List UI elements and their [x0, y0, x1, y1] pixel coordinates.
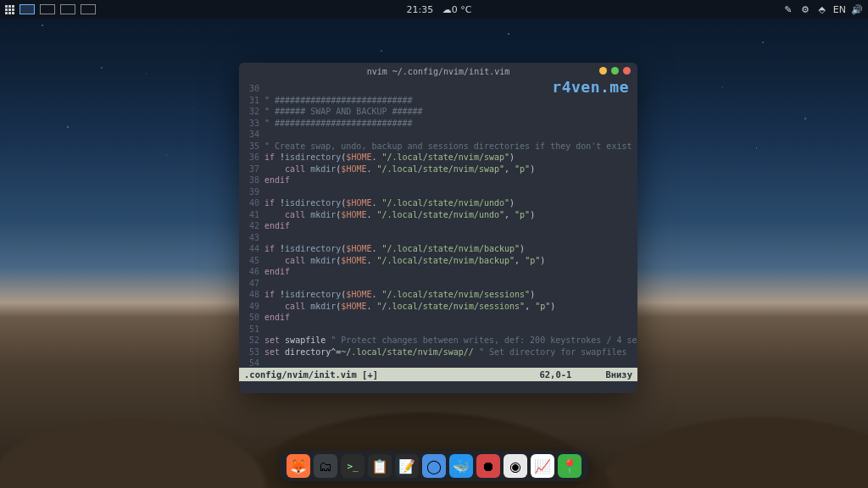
code-text: set directory^=~/.local/state/nvim/swap/… — [264, 347, 627, 358]
minimize-icon[interactable] — [599, 67, 607, 75]
line-number: 47 — [242, 278, 264, 290]
code-text: if !isdirectory($HOME. "/.local/state/nv… — [264, 289, 535, 301]
workspace-4[interactable] — [81, 4, 96, 14]
code-line: 36if !isdirectory($HOME. "/.local/state/… — [242, 152, 631, 164]
status-location: Внизу — [605, 369, 632, 380]
dock-files-icon[interactable]: 🗂 — [314, 454, 337, 478]
workspace-2[interactable] — [40, 4, 55, 14]
dock-location-icon[interactable]: 📍 — [558, 454, 581, 478]
code-line: 54 — [242, 358, 631, 368]
line-number: 43 — [242, 232, 264, 244]
editor-area[interactable]: 3031" ###########################32" ###… — [239, 80, 637, 368]
dock-docker-icon[interactable]: 🐳 — [449, 454, 473, 478]
code-text: endif — [264, 266, 290, 278]
code-line: 45 call mkdir($HOME. "/.local/state/nvim… — [242, 255, 631, 267]
line-number: 50 — [242, 312, 264, 324]
line-number: 46 — [242, 266, 264, 278]
line-number: 53 — [242, 347, 264, 358]
tray-shield-icon[interactable]: ⬘ — [816, 3, 828, 15]
code-text: endif — [264, 220, 290, 232]
code-line: 40if !isdirectory($HOME. "/.local/state/… — [242, 197, 631, 209]
code-line: 38endif — [242, 175, 631, 186]
tray-network-icon[interactable]: ⚙ — [799, 3, 811, 15]
code-line: 49 call mkdir($HOME. "/.local/state/nvim… — [242, 301, 631, 313]
dock-chromium-icon[interactable]: ◯ — [422, 454, 446, 478]
line-number: 39 — [242, 186, 264, 198]
code-text: call mkdir($HOME. "/.local/state/nvim/un… — [264, 209, 535, 221]
code-line: 51 — [242, 324, 631, 336]
close-icon[interactable] — [623, 67, 631, 75]
code-text: call mkdir($HOME. "/.local/state/nvim/sw… — [264, 164, 535, 175]
code-line: 30 — [242, 83, 631, 95]
code-line: 31" ########################### — [242, 95, 631, 107]
terminal-window[interactable]: nvim ~/.config/nvim/init.vim r4ven.me 30… — [239, 63, 637, 393]
line-number: 37 — [242, 164, 264, 175]
maximize-icon[interactable] — [611, 67, 619, 75]
line-number: 45 — [242, 255, 264, 267]
code-line: 32" ###### SWAP AND BACKUP ###### — [242, 106, 631, 118]
applications-icon[interactable] — [5, 5, 14, 14]
dock-system-monitor-icon[interactable]: 📈 — [531, 454, 554, 478]
code-line: 44if !isdirectory($HOME. "/.local/state/… — [242, 243, 631, 255]
dock-firefox-icon[interactable]: 🦊 — [287, 454, 310, 478]
code-line: 46endif — [242, 266, 631, 278]
weather-temp[interactable]: 0 °C — [452, 4, 472, 15]
line-number: 35 — [242, 141, 264, 152]
line-number: 52 — [242, 335, 264, 347]
workspace-3[interactable] — [60, 4, 75, 14]
code-line: 48if !isdirectory($HOME. "/.local/state/… — [242, 289, 631, 301]
code-text: if !isdirectory($HOME. "/.local/state/nv… — [264, 197, 515, 209]
code-line: 39 — [242, 186, 631, 198]
line-number: 31 — [242, 95, 264, 107]
line-number: 32 — [242, 106, 264, 118]
code-line: 53set directory^=~/.local/state/nvim/swa… — [242, 347, 631, 358]
line-number: 33 — [242, 118, 264, 130]
keyboard-layout[interactable]: EN — [833, 4, 846, 15]
line-number: 34 — [242, 129, 264, 141]
line-number: 54 — [242, 358, 264, 368]
code-text: endif — [264, 312, 290, 324]
line-number: 41 — [242, 209, 264, 221]
dock-pokeball-icon[interactable]: ◉ — [504, 454, 527, 478]
vim-commandline[interactable] — [239, 381, 637, 393]
dock-screen-recorder-icon[interactable]: ⏺ — [476, 454, 500, 478]
terminal-title: nvim ~/.config/nvim/init.vim — [239, 67, 637, 76]
code-text: set swapfile " Protect changes between w… — [264, 335, 637, 347]
code-text: " ########################### — [264, 118, 413, 130]
code-text: if !isdirectory($HOME. "/.local/state/nv… — [264, 243, 525, 255]
dock: 🦊🗂>_📋📝◯🐳⏺◉📈📍 — [280, 451, 588, 481]
code-text: call mkdir($HOME. "/.local/state/nvim/se… — [264, 301, 555, 313]
code-text: if !isdirectory($HOME. "/.local/state/nv… — [264, 152, 515, 164]
clock[interactable]: 21:35 — [406, 4, 433, 15]
code-line: 50endif — [242, 312, 631, 324]
volume-icon[interactable]: 🔊 — [851, 3, 863, 15]
code-line: 47 — [242, 278, 631, 290]
line-number: 48 — [242, 289, 264, 301]
code-line: 52set swapfile " Protect changes between… — [242, 335, 631, 347]
code-text: " ###### SWAP AND BACKUP ###### — [264, 106, 423, 118]
line-number: 51 — [242, 324, 264, 336]
code-line: 34 — [242, 129, 631, 141]
line-number: 38 — [242, 175, 264, 186]
vim-statusline: .config/nvim/init.vim [+] 62,0-1 Внизу — [239, 368, 637, 381]
line-number: 49 — [242, 301, 264, 313]
code-line: 41 call mkdir($HOME. "/.local/state/nvim… — [242, 209, 631, 221]
code-text: endif — [264, 175, 290, 186]
code-text: " ########################### — [264, 95, 413, 107]
tray-edit-icon[interactable]: ✎ — [782, 3, 794, 15]
dock-text-editor-icon[interactable]: 📝 — [395, 454, 419, 478]
weather-icon[interactable]: ☁ — [442, 4, 452, 15]
dock-notes-icon[interactable]: 📋 — [368, 454, 392, 478]
workspace-1[interactable] — [19, 4, 35, 14]
line-number: 40 — [242, 197, 264, 209]
top-panel: 21:35 ☁0 °C ✎ ⚙ ⬘ EN 🔊 — [0, 0, 868, 19]
status-position: 62,0-1 — [539, 369, 571, 380]
code-line: 33" ########################### — [242, 118, 631, 130]
code-line: 35" Create swap, undo, backup and sessio… — [242, 141, 631, 152]
dock-terminal-icon[interactable]: >_ — [341, 454, 364, 478]
line-number: 36 — [242, 152, 264, 164]
code-line: 42endif — [242, 220, 631, 232]
code-text: call mkdir($HOME. "/.local/state/nvim/ba… — [264, 255, 545, 267]
terminal-titlebar[interactable]: nvim ~/.config/nvim/init.vim r4ven.me — [239, 63, 637, 80]
code-line: 37 call mkdir($HOME. "/.local/state/nvim… — [242, 164, 631, 175]
